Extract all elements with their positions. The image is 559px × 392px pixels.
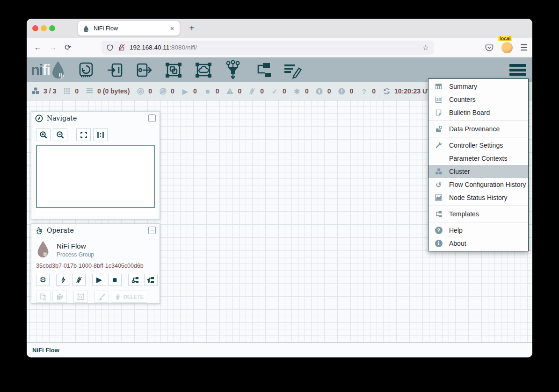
- remote-process-group-draggable-icon[interactable]: [194, 61, 213, 79]
- operate-collapse-button[interactable]: −: [148, 227, 156, 234]
- disable-button[interactable]: [72, 274, 86, 286]
- process-group-draggable-icon[interactable]: [164, 61, 183, 79]
- menu-separator: [428, 121, 528, 121]
- menu-item-help[interactable]: ? Help: [428, 224, 528, 237]
- color-button[interactable]: [94, 291, 109, 303]
- window-close-button[interactable]: [32, 25, 38, 31]
- bulletin-board-icon: [434, 108, 443, 117]
- paste-button[interactable]: [52, 291, 67, 303]
- pocket-icon[interactable]: [485, 43, 494, 52]
- label-draggable-icon[interactable]: [283, 61, 302, 79]
- back-button[interactable]: ←: [30, 43, 45, 52]
- zoom-out-button[interactable]: [53, 128, 67, 141]
- selected-component: NiFi Flow Process Group: [36, 241, 160, 258]
- bookmark-star-icon[interactable]: ☆: [422, 43, 429, 52]
- desktop-backdrop: NiFi Flow × + ← → ⟳ 192.168.40.11:8080/n…: [0, 0, 559, 392]
- breadcrumb-root[interactable]: NiFi Flow: [32, 347, 59, 354]
- create-template-button[interactable]: [128, 274, 142, 286]
- birdseye-minimap[interactable]: [36, 145, 155, 208]
- status-queued: 0 (0 bytes): [85, 87, 130, 95]
- operate-header: Operate −: [31, 224, 160, 237]
- trash-icon: [115, 293, 121, 300]
- funnel-draggable-icon[interactable]: [224, 60, 242, 80]
- global-menu: Summary 23 Counters Bulletin Board Data …: [428, 78, 529, 251]
- copy-button[interactable]: [36, 291, 51, 303]
- running-icon: ▶: [182, 88, 188, 95]
- zoom-in-button[interactable]: [36, 128, 51, 141]
- birdseye-footer: [36, 209, 155, 216]
- navigate-collapse-button[interactable]: −: [148, 114, 156, 122]
- firefox-window: NiFi Flow × + ← → ⟳ 192.168.40.11:8080/n…: [27, 19, 532, 357]
- menu-item-parameter-contexts[interactable]: Parameter Contexts: [428, 152, 528, 165]
- tab-close-icon[interactable]: ×: [169, 25, 175, 32]
- reload-button[interactable]: ⟳: [60, 43, 75, 52]
- menu-item-templates[interactable]: Templates: [428, 207, 528, 221]
- configure-button[interactable]: ⚙: [36, 274, 50, 286]
- menu-separator: [428, 206, 528, 206]
- navigate-buttons: [36, 128, 155, 141]
- new-tab-button[interactable]: +: [186, 22, 198, 35]
- menu-item-data-provenance[interactable]: Data Provenance: [428, 122, 528, 135]
- stop-button[interactable]: ■: [108, 274, 122, 286]
- menu-item-bulletin-board[interactable]: Bulletin Board: [428, 106, 528, 119]
- menu-item-node-status-history[interactable]: Node Status History: [428, 191, 528, 204]
- menu-item-flow-configuration-history[interactable]: ↺ Flow Configuration History: [428, 178, 528, 191]
- shield-icon: [106, 44, 114, 51]
- upload-template-button[interactable]: [144, 274, 158, 286]
- operate-actions-row-1: ⚙ ▶ ■: [36, 274, 160, 286]
- locally-modified-asterisk-icon: ✱: [294, 88, 300, 95]
- navigate-title: Navigate: [47, 114, 148, 122]
- navigate-compass-icon: [35, 114, 43, 122]
- cluster-icon: [31, 87, 40, 95]
- navigate-header: Navigate −: [31, 112, 160, 125]
- invalid-warning-icon: [225, 87, 234, 95]
- template-draggable-icon[interactable]: [253, 61, 272, 79]
- browser-nav-bar: ← → ⟳ 192.168.40.11:8080/nifi/ ☆: [27, 38, 532, 57]
- input-port-draggable-icon[interactable]: [106, 61, 124, 79]
- wrench-icon: [434, 141, 443, 150]
- window-zoom-button[interactable]: [49, 25, 55, 31]
- status-stopped: ■ 0: [203, 87, 219, 95]
- app-menu-button[interactable]: ☰: [520, 43, 528, 53]
- about-icon: i: [434, 239, 443, 248]
- nifi-favicon-icon: [82, 25, 90, 32]
- status-transmitting: 0: [136, 87, 152, 95]
- delete-button[interactable]: DELETE: [111, 291, 147, 303]
- enable-button[interactable]: [56, 274, 70, 286]
- profile-avatar[interactable]: local: [501, 42, 513, 53]
- output-port-draggable-icon[interactable]: [135, 61, 153, 79]
- status-invalid: 0: [225, 87, 241, 95]
- status-disabled: 0: [248, 87, 264, 95]
- gear-icon: ⚙: [40, 276, 46, 284]
- templates-icon: [434, 210, 443, 218]
- group-button[interactable]: [73, 291, 88, 303]
- forward-button[interactable]: →: [45, 43, 60, 52]
- operate-actions-row-2: DELETE: [36, 291, 160, 303]
- browser-tab[interactable]: NiFi Flow ×: [77, 21, 180, 36]
- status-active-threads: 0: [63, 87, 79, 95]
- browser-tab-bar: NiFi Flow × +: [27, 19, 532, 38]
- upload-template-icon: [146, 276, 155, 284]
- nav-right-cluster: local ☰: [485, 38, 528, 57]
- menu-item-controller-settings[interactable]: Controller Settings: [428, 139, 528, 152]
- sync-failure-question-icon: ?: [362, 88, 366, 95]
- url-bar[interactable]: 192.168.40.11:8080/nifi/ ☆: [102, 41, 434, 55]
- refresh-icon[interactable]: [382, 87, 391, 95]
- processor-draggable-icon[interactable]: [77, 61, 95, 79]
- menu-separator: [428, 137, 528, 137]
- nifi-logo-fi: fi: [43, 63, 50, 77]
- transmitting-icon: [136, 87, 145, 95]
- menu-item-about[interactable]: i About: [428, 237, 528, 250]
- operate-hand-icon: [35, 227, 43, 235]
- status-locally-modified: ✱ 0: [293, 87, 309, 95]
- disabled-lightning-icon: [248, 87, 256, 95]
- menu-item-cluster[interactable]: Cluster: [428, 165, 528, 178]
- window-minimize-button[interactable]: [41, 25, 47, 31]
- menu-item-summary[interactable]: Summary: [428, 80, 528, 93]
- nifi-logo-ni: ni: [31, 63, 43, 77]
- zoom-actual-size-button[interactable]: [93, 128, 108, 141]
- zoom-fit-button[interactable]: [76, 128, 91, 141]
- start-button[interactable]: ▶: [92, 274, 106, 286]
- menu-item-counters[interactable]: 23 Counters: [428, 93, 528, 106]
- global-menu-button[interactable]: [509, 64, 526, 76]
